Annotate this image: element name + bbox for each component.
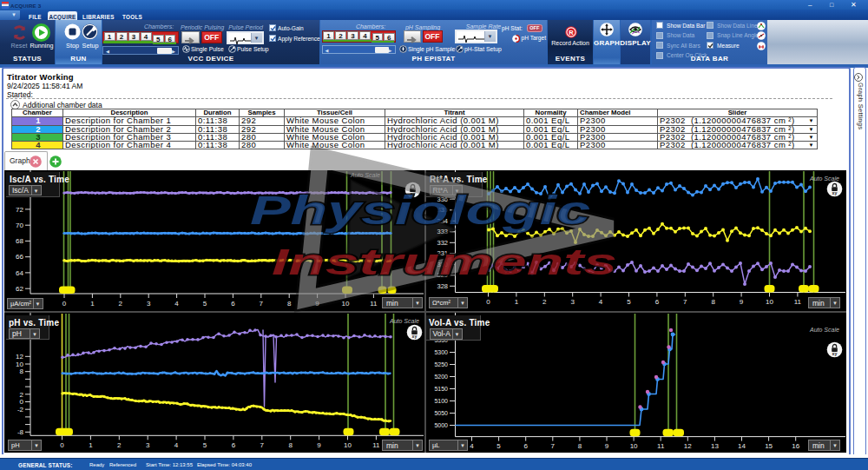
- svg-text:Physiologic: Physiologic: [250, 188, 590, 233]
- svg-text:Instruments: Instruments: [272, 242, 617, 282]
